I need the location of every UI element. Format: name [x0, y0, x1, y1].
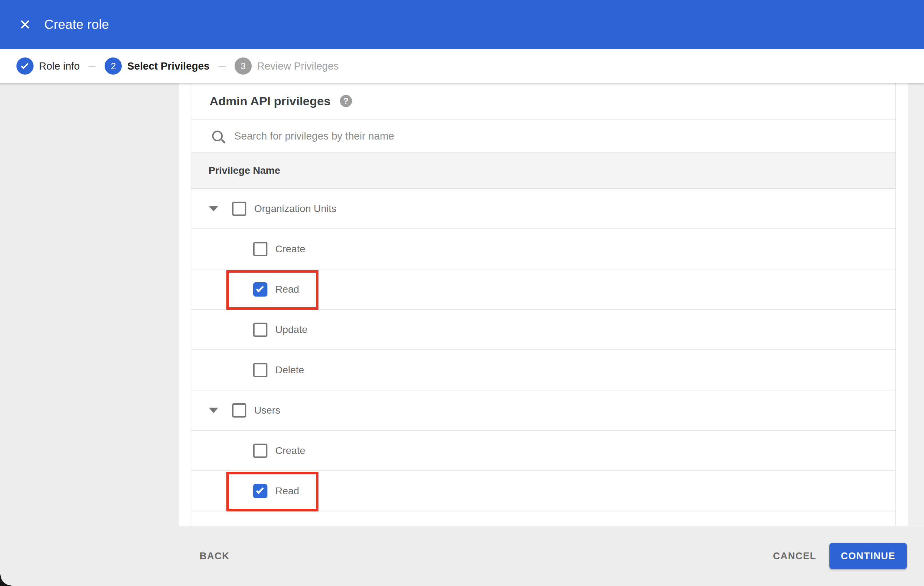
privilege-label: Update: [275, 324, 307, 336]
right-background-strip: [908, 83, 924, 586]
search-icon: [212, 131, 223, 142]
step-connector: [88, 66, 96, 67]
card-heading-row: Admin API privileges ?: [191, 83, 896, 120]
privileges-card: Admin API privileges ? Privilege Name Or…: [191, 83, 896, 586]
table-row[interactable]: Read: [191, 471, 896, 512]
column-header-privilege-name: Privilege Name: [208, 165, 280, 176]
privileges-table: Organization Units Create Read Update De…: [191, 189, 896, 512]
step-label: Role info: [39, 60, 79, 72]
privilege-label: Create: [275, 445, 305, 456]
table-row[interactable]: Delete: [191, 350, 896, 390]
privilege-label: Organization Units: [254, 203, 336, 214]
check-icon: [21, 61, 28, 69]
table-row[interactable]: Read: [191, 270, 896, 310]
step-number-circle: 3: [234, 58, 252, 74]
step-complete-circle: [16, 58, 33, 74]
table-row[interactable]: Organization Units: [191, 189, 896, 229]
table-row[interactable]: Update: [191, 310, 896, 350]
continue-button[interactable]: CONTINUE: [829, 543, 907, 569]
step-label: Select Privileges: [127, 60, 210, 72]
step-number-circle: 2: [105, 58, 122, 74]
table-row[interactable]: Create: [191, 431, 896, 471]
left-background-panel: [0, 83, 179, 586]
privilege-label: Users: [254, 405, 280, 416]
privilege-label: Delete: [275, 364, 304, 376]
privilege-checkbox[interactable]: [253, 242, 267, 256]
search-input[interactable]: [234, 130, 896, 142]
privilege-checkbox[interactable]: [232, 403, 246, 418]
table-header-row: Privilege Name: [191, 153, 896, 189]
stepper: Role info 2 Select Privileges 3 Review P…: [0, 49, 924, 83]
collapse-caret-icon[interactable]: [209, 408, 218, 413]
privilege-checkbox[interactable]: [253, 444, 267, 458]
collapse-caret-icon[interactable]: [209, 206, 218, 211]
step-label: Review Privileges: [257, 60, 339, 72]
window-corner: [0, 574, 12, 586]
table-row[interactable]: Create: [191, 229, 896, 270]
back-button[interactable]: BACK: [200, 551, 229, 562]
dialog-title: Create role: [44, 17, 109, 32]
search-row: [191, 120, 896, 153]
footer-bar: BACK CANCEL CONTINUE: [0, 526, 924, 586]
step-connector: [218, 66, 226, 67]
cancel-button[interactable]: CANCEL: [773, 551, 817, 562]
create-role-dialog: ✕ Create role Role info 2 Select Privile…: [0, 0, 924, 586]
step-role-info[interactable]: Role info: [16, 58, 79, 74]
highlight-box: [226, 270, 318, 310]
step-review-privileges[interactable]: 3 Review Privileges: [234, 58, 339, 74]
table-row[interactable]: Users: [191, 390, 896, 431]
section-heading: Admin API privileges: [210, 94, 331, 108]
privilege-label: Create: [275, 244, 305, 255]
close-icon[interactable]: ✕: [15, 15, 35, 35]
privilege-checkbox[interactable]: [253, 363, 267, 377]
privilege-checkbox[interactable]: [253, 323, 267, 337]
step-select-privileges[interactable]: 2 Select Privileges: [105, 58, 210, 74]
privilege-checkbox[interactable]: [232, 202, 246, 216]
highlight-box: [226, 472, 318, 512]
help-icon[interactable]: ?: [340, 95, 352, 107]
app-bar: ✕ Create role: [0, 0, 924, 49]
